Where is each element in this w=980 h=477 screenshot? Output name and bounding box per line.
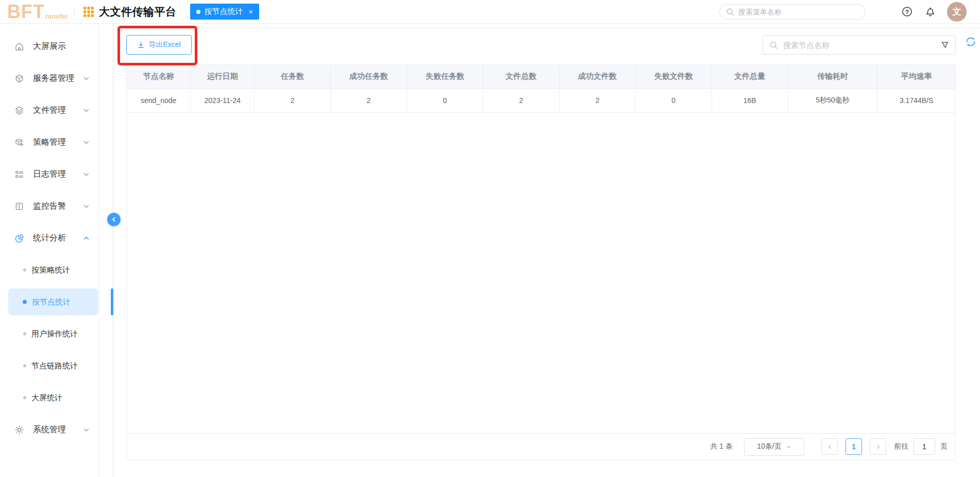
menu-search-box[interactable] [719, 4, 866, 20]
tab-active-dot [196, 10, 200, 14]
col-header-failed-tasks: 失败任务数 [407, 65, 483, 89]
page-title: 大文件传输平台 [99, 5, 177, 19]
col-header-task-count: 任务数 [255, 65, 331, 89]
current-page-button[interactable]: 1 [846, 438, 862, 455]
sidebar-item-server-management[interactable]: 服务器管理 [0, 62, 99, 94]
sidebar: 大屏展示 服务器管理 文件管理 策略管理 日志管理 [0, 24, 113, 477]
bullet-dot-icon [23, 332, 26, 335]
col-header-success-tasks: 成功任务数 [331, 65, 407, 89]
node-search-box[interactable] [763, 35, 956, 55]
cell-total-files: 2 [483, 89, 559, 112]
policy-icon [14, 138, 24, 147]
cell-success-files: 2 [559, 89, 635, 112]
log-icon [14, 169, 24, 179]
bullet-dot-icon [23, 396, 26, 399]
chevron-up-icon [83, 235, 90, 242]
col-header-success-files: 成功文件数 [559, 65, 635, 89]
table-header-row: 节点名称 运行日期 任务数 成功任务数 失败任务数 文件总数 成功文件数 失败文… [127, 65, 955, 89]
sidebar-item-user-operation-stats[interactable]: 用户操作统计 [0, 318, 99, 350]
chevron-left-icon [827, 444, 833, 450]
next-page-button[interactable] [870, 438, 886, 455]
table-row[interactable]: send_node 2023-11-24 2 2 0 2 2 0 16B 5秒5… [127, 89, 955, 112]
sidebar-item-log-management[interactable]: 日志管理 [0, 158, 99, 190]
menu-search-input[interactable] [738, 8, 859, 16]
gear-icon [14, 425, 24, 435]
sidebar-item-file-management[interactable]: 文件管理 [0, 94, 99, 126]
bullet-dot-icon [23, 268, 26, 271]
server-icon [14, 74, 24, 83]
goto-page-input[interactable] [914, 438, 935, 455]
total-count-label: 共 1 条 [710, 442, 733, 451]
monitor-icon [14, 201, 24, 211]
chevron-down-icon [83, 171, 90, 178]
top-header: BFT ransfer 大文件传输平台 按节点统计 × ? 文 [0, 0, 980, 24]
prev-page-button[interactable] [821, 438, 838, 455]
chevron-down-icon [786, 444, 791, 450]
col-header-avg-speed: 平均速率 [877, 65, 955, 89]
cell-run-date: 2023-11-24 [191, 89, 255, 112]
chevron-down-icon [83, 139, 90, 146]
tab-node-statistics[interactable]: 按节点统计 × [190, 4, 259, 20]
sidebar-item-screen-stats[interactable]: 大屏统计 [0, 382, 99, 414]
cell-transfer-time: 5秒50毫秒 [788, 89, 877, 112]
page-size-select[interactable]: 10条/页 [744, 438, 804, 456]
logo-sub-text: ransfer [45, 13, 68, 21]
sidebar-item-system-management[interactable]: 系统管理 [0, 414, 99, 446]
main-content: 导出Excel 节点名称 运行日期 任务数 成功任务数 失败任务数 文件总数 成… [113, 24, 980, 477]
active-item-indicator [111, 288, 113, 315]
bullet-dot-icon [23, 364, 26, 367]
pagination-bar: 共 1 条 10条/页 1 前往 页 [127, 433, 955, 459]
sidebar-collapse-toggle[interactable] [107, 213, 121, 226]
search-icon [726, 8, 734, 16]
logo-main-text: BFT [7, 3, 45, 21]
user-avatar[interactable]: 文 [947, 2, 967, 22]
col-header-total-size: 文件总量 [712, 65, 788, 89]
sidebar-item-stats-by-policy[interactable]: 按策略统计 [0, 254, 99, 286]
tab-label: 按节点统计 [205, 7, 243, 16]
search-icon [769, 41, 778, 49]
filter-funnel-icon[interactable] [941, 41, 949, 49]
sidebar-item-dashboard[interactable]: 大屏展示 [0, 30, 99, 62]
home-icon [14, 42, 24, 52]
sidebar-item-monitor-alerts[interactable]: 监控告警 [0, 190, 99, 222]
export-excel-button[interactable]: 导出Excel [126, 35, 192, 55]
sidebar-item-stats-by-node[interactable]: 按节点统计 [0, 286, 99, 318]
chevron-down-icon [83, 75, 90, 82]
node-statistics-table: 节点名称 运行日期 任务数 成功任务数 失败任务数 文件总数 成功文件数 失败文… [127, 65, 955, 113]
chevron-down-icon [83, 107, 90, 114]
download-icon [137, 41, 145, 49]
col-header-transfer-time: 传输耗时 [788, 65, 877, 89]
help-icon[interactable]: ? [902, 6, 913, 17]
col-header-failed-files: 失败文件数 [635, 65, 712, 89]
tab-close-icon[interactable]: × [249, 8, 253, 15]
sidebar-item-statistics[interactable]: 统计分析 [0, 222, 99, 254]
cell-failed-tasks: 0 [407, 89, 483, 112]
chevron-right-icon [875, 444, 881, 450]
cell-failed-files: 0 [635, 89, 712, 112]
sidebar-item-policy-management[interactable]: 策略管理 [0, 126, 99, 158]
header-divider [74, 5, 75, 19]
apps-grid-icon [83, 6, 94, 18]
cell-success-tasks: 2 [331, 89, 407, 112]
bullet-dot-icon [23, 300, 27, 304]
col-header-run-date: 运行日期 [191, 65, 255, 89]
goto-page-label: 前往 [894, 442, 908, 451]
refresh-icon[interactable] [965, 36, 976, 47]
page-unit-label: 页 [940, 442, 948, 451]
notification-bell-icon[interactable] [925, 6, 936, 17]
files-icon [14, 106, 24, 115]
node-search-input[interactable] [783, 41, 936, 49]
svg-text:?: ? [905, 9, 909, 15]
sidebar-item-node-link-stats[interactable]: 节点链路统计 [0, 350, 99, 382]
col-header-total-files: 文件总数 [483, 65, 559, 89]
chevron-left-icon [111, 216, 117, 223]
cell-total-size: 16B [712, 89, 788, 112]
chevron-down-icon [83, 427, 90, 433]
statistics-table-panel: 节点名称 运行日期 任务数 成功任务数 失败任务数 文件总数 成功文件数 失败文… [126, 64, 956, 460]
pie-chart-icon [14, 233, 24, 243]
col-header-node-name: 节点名称 [127, 65, 191, 89]
chevron-down-icon [83, 203, 90, 210]
cell-node-name: send_node [127, 89, 191, 112]
cell-avg-speed: 3.1744B/S [877, 89, 955, 112]
app-logo: BFT ransfer [7, 3, 68, 21]
